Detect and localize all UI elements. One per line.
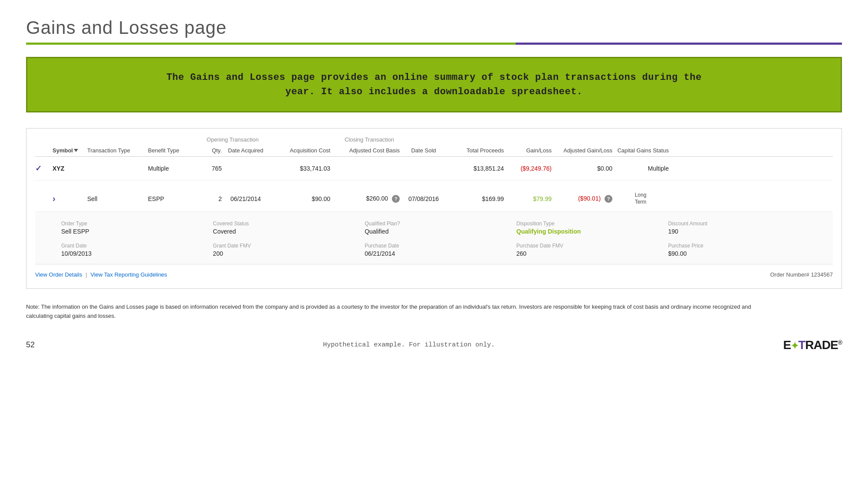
row-qty: 765 <box>196 165 222 172</box>
detail-chevron[interactable]: › <box>53 194 87 204</box>
sort-arrow-icon <box>74 149 78 152</box>
col-header-transaction-type: Transaction Type <box>87 147 148 154</box>
col-header-date-sold: Date Sold <box>400 147 447 154</box>
col-header-qty: Qty. <box>196 147 222 154</box>
row-symbol: XYZ <box>53 165 87 172</box>
purchase-date-fmv-detail: Purchase Date FMV 260 <box>516 243 655 257</box>
disposition-type-detail: Disposition Type Qualifying Disposition <box>516 221 655 235</box>
col-header-gain-loss: Gain/Loss <box>504 147 552 154</box>
section-headers: Opening Transaction Closing Transaction <box>96 136 833 143</box>
detail-benefit-type: ESPP <box>148 195 196 202</box>
green-banner: The Gains and Losses page provides an on… <box>26 57 842 112</box>
etrade-logo: E✦TRADE® <box>783 338 842 352</box>
spacer-row <box>35 181 833 186</box>
view-order-details-link[interactable]: View Order Details <box>35 271 82 278</box>
banner-text: The Gains and Losses page provides an on… <box>45 70 823 99</box>
col-header-adjusted-gain-loss: Adjusted Gain/Loss <box>552 147 612 154</box>
purchase-price-detail: Purchase Price $90.00 <box>668 243 807 257</box>
page-number: 52 <box>26 340 35 350</box>
row-adjusted-gain-loss: $0.00 <box>552 165 612 172</box>
detail-total-proceeds: $169.99 <box>447 195 504 202</box>
row-total-proceeds: $13,851.24 <box>447 165 504 172</box>
purchase-date-detail: Purchase Date 06/21/2014 <box>365 243 503 257</box>
adjusted-gain-loss-info-icon[interactable]: ? <box>605 195 612 203</box>
detail-date-sold: 07/08/2016 <box>400 195 447 202</box>
row-capital-gains-status: Multiple <box>612 165 669 172</box>
col-header-capital-gains-status: Capital Gains Status <box>612 147 669 154</box>
row-benefit-type: Multiple <box>148 165 196 172</box>
details-grid: Order Type Sell ESPP Covered Status Cove… <box>61 221 807 257</box>
detail-gain-loss: $79.99 <box>504 195 552 202</box>
col-header-benefit-type: Benefit Type <box>148 147 196 154</box>
col-header-adjusted-cost-basis: Adjusted Cost Basis <box>330 147 400 154</box>
closing-transaction-header: Closing Transaction <box>330 136 408 143</box>
detail-adjusted-gain-loss: ($90.01) ? <box>552 195 612 203</box>
table-footer: View Order Details | View Tax Reporting … <box>35 264 833 280</box>
qualified-plan-detail: Qualified Plan? Qualified <box>365 221 503 235</box>
footer-disclaimer: Hypothetical example. For illustration o… <box>323 341 495 349</box>
title-underline <box>26 43 842 45</box>
detail-qty: 2 <box>196 195 222 202</box>
detail-adjusted-cost-basis: $260.00 ? <box>330 195 400 203</box>
detail-date-acquired: 06/21/2014 <box>222 195 270 202</box>
order-type-detail: Order Type Sell ESPP <box>61 221 200 235</box>
grant-date-detail: Grant Date 10/09/2013 <box>61 243 200 257</box>
row-checkmark: ✓ <box>35 164 53 173</box>
disclaimer-note: Note: The information on the Gains and L… <box>26 303 764 321</box>
expanded-details: Order Type Sell ESPP Covered Status Cove… <box>35 212 833 264</box>
covered-status-detail: Covered Status Covered <box>213 221 352 235</box>
detail-row: › Sell ESPP 2 06/21/2014 $90.00 $260.00 … <box>35 186 833 212</box>
etrade-star-icon: ✦ <box>791 340 798 351</box>
adjusted-cost-basis-info-icon[interactable]: ? <box>392 195 400 203</box>
row-acquisition-cost: $33,741.03 <box>270 165 330 172</box>
opening-transaction-header: Opening Transaction <box>139 136 326 143</box>
detail-acquisition-cost: $90.00 <box>270 195 330 202</box>
col-header-acquisition-cost: Acquisition Cost <box>270 147 330 154</box>
row-gain-loss: ($9,249.76) <box>504 165 552 172</box>
detail-capital-gains-status: Long Term <box>612 192 669 205</box>
col-header-total-proceeds: Total Proceeds <box>447 147 504 154</box>
detail-transaction-type: Sell <box>87 195 148 202</box>
view-tax-reporting-link[interactable]: View Tax Reporting Guidelines <box>91 271 168 278</box>
column-headers: Symbol Transaction Type Benefit Type Qty… <box>35 145 833 157</box>
grant-date-fmv-detail: Grant Date FMV 200 <box>213 243 352 257</box>
main-summary-row: ✓ XYZ Multiple 765 $33,741.03 $13,851.24… <box>35 157 833 181</box>
col-header-symbol[interactable]: Symbol <box>53 147 87 154</box>
order-number: Order Number# 1234567 <box>770 271 833 278</box>
discount-amount-detail: Discount Amount 190 <box>668 221 807 235</box>
col-header-date-acquired: Date Acquired <box>222 147 270 154</box>
page-title: Gains and Losses page <box>26 17 842 38</box>
gains-losses-table: Opening Transaction Closing Transaction … <box>26 128 842 289</box>
page-footer: 52 Hypothetical example. For illustratio… <box>26 338 842 352</box>
footer-links: View Order Details | View Tax Reporting … <box>35 271 167 278</box>
